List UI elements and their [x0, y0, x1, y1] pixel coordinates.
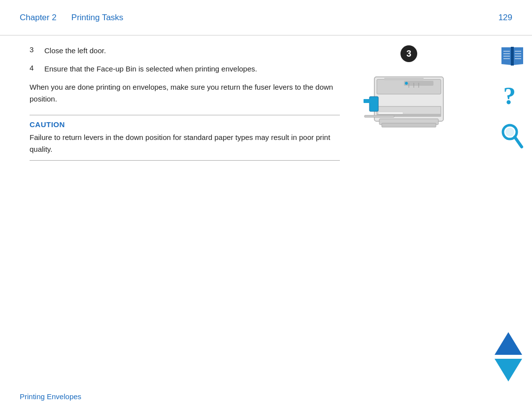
- printer-illustration: [360, 67, 458, 151]
- svg-rect-10: [382, 123, 436, 127]
- search-icon: [501, 123, 524, 150]
- content-wrapper: 3 Close the left door. 4 Ensure that the…: [30, 45, 463, 161]
- svg-rect-6: [365, 115, 394, 117]
- step-3-number: 3: [30, 45, 39, 57]
- help-icon-btn[interactable]: ?: [501, 82, 523, 108]
- page-header: Chapter 2 Printing Tasks 129: [0, 0, 532, 35]
- svg-rect-15: [378, 112, 403, 114]
- svg-point-27: [505, 128, 514, 137]
- step-4-item: 4 Ensure that the Face-up Bin is selecte…: [30, 64, 340, 75]
- nav-arrows: [495, 332, 522, 381]
- svg-rect-14: [384, 78, 424, 80]
- page-number: 129: [499, 13, 512, 23]
- arrow-up-icon[interactable]: [495, 332, 522, 355]
- book-icon: [499, 45, 525, 67]
- right-sidebar: ?: [493, 35, 532, 381]
- chapter-title: Printing Tasks: [71, 13, 124, 23]
- caution-text: Failure to return levers in the down pos…: [30, 132, 340, 155]
- arrow-down-icon[interactable]: [495, 359, 522, 381]
- step-circle: 3: [400, 45, 417, 62]
- svg-rect-8: [364, 99, 371, 103]
- printer-area: 3: [355, 45, 463, 161]
- svg-text:?: ?: [503, 82, 516, 108]
- step-4-number: 4: [30, 64, 39, 75]
- book-icon-btn[interactable]: [499, 45, 525, 67]
- caution-label: CAUTION: [30, 120, 340, 129]
- step-3-item: 3 Close the left door.: [30, 45, 340, 57]
- svg-point-3: [405, 82, 408, 85]
- search-icon-btn[interactable]: [501, 123, 524, 150]
- svg-rect-7: [369, 97, 378, 111]
- step-3-text: Close the left door.: [44, 45, 106, 57]
- step-4-text: Ensure that the Face-up Bin is selected …: [44, 64, 257, 75]
- note-text: When you are done printing on envelopes,…: [30, 81, 340, 105]
- caution-section: CAUTION Failure to return levers in the …: [30, 115, 340, 161]
- page-footer: Printing Envelopes: [0, 381, 532, 411]
- text-area: 3 Close the left door. 4 Ensure that the…: [30, 45, 340, 161]
- header-left: Chapter 2 Printing Tasks: [20, 13, 123, 23]
- svg-rect-16: [511, 47, 514, 66]
- main-content: 3 Close the left door. 4 Ensure that the…: [20, 35, 473, 381]
- footer-link[interactable]: Printing Envelopes: [20, 392, 81, 401]
- help-icon: ?: [501, 82, 523, 108]
- header-separator: [61, 13, 67, 23]
- chapter-label: Chapter 2: [20, 13, 57, 23]
- step-circle-label: 3: [406, 49, 411, 59]
- svg-line-28: [515, 137, 522, 147]
